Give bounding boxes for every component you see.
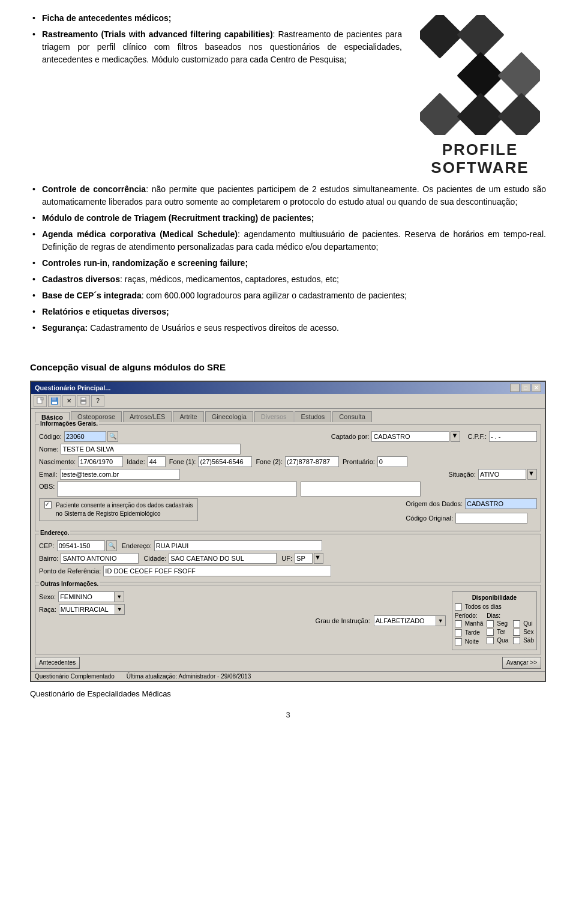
dropdown-grau-arrow[interactable]: ▼	[436, 616, 445, 626]
label-grau: Grau de Instrução:	[316, 617, 370, 624]
row-bairro: Bairro: Cidade: UF: ▼	[39, 553, 537, 564]
row-sexo: Sexo: FEMININO ▼	[39, 591, 310, 602]
row-qua: Qua	[487, 637, 508, 644]
select-sexo[interactable]: FEMININO ▼	[58, 591, 124, 602]
new-button[interactable]	[34, 395, 47, 407]
input-codigo-original[interactable]	[455, 513, 527, 524]
input-origem[interactable]	[465, 498, 537, 509]
svg-rect-14	[81, 402, 86, 404]
input-fone2[interactable]	[285, 456, 339, 467]
input-ponto-ref[interactable]	[103, 566, 331, 576]
input-uf[interactable]	[295, 553, 313, 564]
periodo-label: Período:	[455, 612, 484, 619]
dropdown-uf[interactable]: ▼	[314, 553, 323, 564]
label-noite: Noite	[465, 638, 479, 645]
checkbox-sab[interactable]	[513, 637, 520, 644]
input-nome[interactable]	[61, 444, 241, 454]
svg-rect-1	[457, 15, 504, 59]
checkbox-qua[interactable]	[487, 637, 494, 644]
row-obs: OBS:	[39, 482, 537, 497]
label-origem: Origem dos Dados:	[406, 500, 463, 507]
checkbox-ter[interactable]	[487, 629, 494, 636]
input-cpf[interactable]	[489, 431, 537, 442]
checkbox-noite[interactable]	[455, 638, 462, 645]
label-seg: Seg	[497, 620, 508, 627]
input-nascimento[interactable]	[78, 456, 123, 467]
input-cep[interactable]	[57, 540, 105, 551]
label-situacao: Situação:	[448, 471, 476, 478]
top-section: Ficha de antecedentes médicos; Rastreame…	[30, 12, 546, 177]
dropdown-captado[interactable]: ▼	[451, 431, 460, 442]
row-manha: Manhã	[455, 620, 484, 627]
input-endereco[interactable]	[154, 540, 322, 551]
tab-artrose[interactable]: Artrose/LES	[123, 411, 172, 422]
checkbox-manha[interactable]	[455, 620, 462, 627]
close-button[interactable]: ✕	[532, 384, 541, 392]
input-prontuario[interactable]	[377, 456, 407, 467]
input-idade[interactable]	[148, 456, 166, 467]
bullet-text: Módulo de controle de Triagem (Recruitme…	[42, 213, 314, 223]
checkbox-sex[interactable]	[513, 629, 520, 636]
tab-consulta[interactable]: Consulta	[332, 411, 371, 422]
list-item: Cadastros diversos: raças, médicos, medi…	[30, 273, 546, 286]
row-origem: Origem dos Dados:	[406, 498, 537, 509]
consent-checkbox[interactable]	[44, 501, 52, 509]
group-informacoes: Informações Gerais. Código: 🔍 Captado po…	[35, 424, 541, 531]
dias-grid: Seg Qui Ter	[487, 620, 534, 644]
group-title-outras: Outras Informações.	[39, 581, 100, 587]
bullet-text: Agenda médica corporativa (Medical Sched…	[42, 229, 546, 252]
label-fone2: Fone (2):	[256, 458, 283, 465]
dropdown-situacao[interactable]: ▼	[527, 469, 537, 480]
save-button[interactable]	[48, 395, 61, 407]
checkbox-tarde[interactable]	[455, 629, 462, 636]
dropdown-sexo-arrow[interactable]: ▼	[114, 592, 124, 602]
avancar-button[interactable]: Avançar >>	[502, 657, 541, 669]
minimize-button[interactable]: _	[510, 384, 520, 392]
textarea-obs[interactable]	[57, 482, 297, 497]
select-grau[interactable]: ALFABETIZADO ▼	[374, 615, 446, 626]
input-email[interactable]	[60, 469, 180, 480]
bullet-text: Rastreamento (Trials with advanced filte…	[42, 29, 402, 64]
checkbox-seg[interactable]	[487, 620, 494, 627]
list-item: Ficha de antecedentes médicos;	[30, 12, 402, 25]
checkbox-todos-dias[interactable]	[455, 603, 462, 611]
sexo-value: FEMININO	[59, 593, 114, 600]
search-codigo-button[interactable]: 🔍	[107, 431, 118, 442]
dropdown-raca-arrow[interactable]: ▼	[115, 605, 124, 614]
label-raca: Raça:	[39, 606, 56, 613]
page-number: 3	[30, 710, 546, 719]
row-raca: Raça: MULTIRRACIAL ▼	[39, 604, 310, 615]
input-codigo[interactable]	[64, 431, 106, 442]
input-cidade[interactable]	[169, 553, 277, 564]
input-bairro[interactable]	[61, 553, 139, 564]
statusbar-left: Questionário Complementado	[35, 673, 115, 680]
print-button[interactable]	[77, 395, 90, 407]
label-tarde: Tarde	[465, 629, 480, 636]
row-noite: Noite	[455, 638, 484, 645]
row-tarde: Tarde	[455, 629, 484, 636]
search-cep-button[interactable]: 🔍	[106, 540, 117, 551]
tab-diversos[interactable]: Diversos	[254, 411, 293, 422]
input-captado[interactable]	[371, 431, 449, 442]
delete-button[interactable]: ✕	[62, 395, 76, 407]
antecedentes-button[interactable]: Antecedentes	[35, 657, 80, 669]
row-nascimento: Nascimento: Idade: Fone (1): Fone (2): P…	[39, 456, 537, 467]
maximize-button[interactable]: □	[521, 384, 530, 392]
checkbox-qui[interactable]	[513, 620, 520, 627]
row-codigo-original: Código Original:	[406, 513, 537, 524]
bullet-text: Segurança: Cadastramento de Usuários e s…	[42, 323, 339, 333]
row-email: Email: Situação: ▼	[39, 469, 537, 480]
section-heading: Concepção visual de alguns módulos do SR…	[30, 362, 546, 372]
list-item: Relatórios e etiquetas diversos;	[30, 306, 546, 318]
tab-artrite[interactable]: Artrite	[173, 411, 203, 422]
tab-estudos[interactable]: Estudos	[295, 411, 332, 422]
list-item: Agenda médica corporativa (Medical Sched…	[30, 228, 546, 253]
help-button[interactable]: ?	[91, 395, 104, 407]
logo-graphic	[420, 15, 540, 135]
label-qua: Qua	[497, 637, 508, 644]
select-raca[interactable]: MULTIRRACIAL ▼	[59, 604, 125, 615]
input-fone1[interactable]	[198, 456, 252, 467]
input-situacao[interactable]	[478, 469, 526, 480]
tab-ginecologia[interactable]: Ginecologia	[205, 411, 253, 422]
label-todos-dias: Todos os dias	[465, 603, 502, 610]
